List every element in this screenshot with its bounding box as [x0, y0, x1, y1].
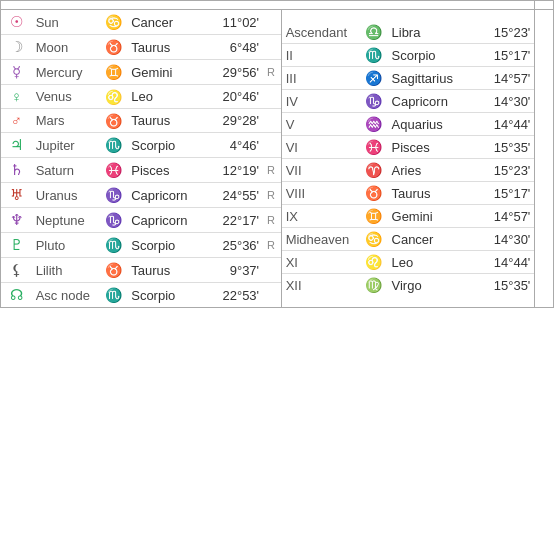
degree: 20°46' [206, 85, 263, 109]
degree: 14°44' [477, 251, 534, 274]
planet-icon: ☽ [1, 35, 32, 60]
house-name: Midheaven [282, 228, 360, 251]
sign-name: Aquarius [388, 113, 478, 136]
degree: 15°23' [477, 159, 534, 182]
degree: 22°53' [206, 283, 263, 308]
table-row: Ascendant ♎ Libra 15°23' [282, 21, 535, 44]
sign-name: Scorpio [127, 233, 206, 258]
house-name: Ascendant [282, 21, 360, 44]
sign-icon: ♑ [100, 183, 127, 208]
table-row: VI ♓ Pisces 15°35' [282, 136, 535, 159]
table-row: VII ♈ Aries 15°23' [282, 159, 535, 182]
retrograde: R [263, 158, 281, 183]
sign-name: Leo [127, 85, 206, 109]
retrograde [263, 283, 281, 308]
sign-icon: ♓ [100, 158, 127, 183]
degree: 11°02' [206, 10, 263, 35]
degree: 15°35' [477, 136, 534, 159]
sign-name: Cancer [127, 10, 206, 35]
house-name: IX [282, 205, 360, 228]
degree: 14°30' [477, 90, 534, 113]
degree: 24°55' [206, 183, 263, 208]
planet-icon: ☉ [1, 10, 32, 35]
planet-name: Mars [32, 109, 100, 133]
table-row: IX ♊ Gemini 14°57' [282, 205, 535, 228]
planet-name: Asc node [32, 283, 100, 308]
sign-name: Aries [388, 159, 478, 182]
planet-name: Neptune [32, 208, 100, 233]
sign-icon: ♉ [100, 35, 127, 60]
sign-icon: ♏ [100, 133, 127, 158]
sign-name: Pisces [127, 158, 206, 183]
table-row: ♄ Saturn ♓ Pisces 12°19' R [1, 158, 281, 183]
planet-icon: ⚸ [1, 258, 32, 283]
retrograde [263, 85, 281, 109]
house-table-cell: Ascendant ♎ Libra 15°23' II ♏ Scorpio 15… [281, 10, 535, 308]
planet-name: Mercury [32, 60, 100, 85]
sign-name: Libra [388, 21, 478, 44]
sign-name: Cancer [388, 228, 478, 251]
planet-icon: ♃ [1, 133, 32, 158]
table-row: ♅ Uranus ♑ Capricorn 24°55' R [1, 183, 281, 208]
table-row: ♀ Venus ♌ Leo 20°46' [1, 85, 281, 109]
sign-name: Scorpio [127, 133, 206, 158]
sign-name: Pisces [388, 136, 478, 159]
table-row: ♆ Neptune ♑ Capricorn 22°17' R [1, 208, 281, 233]
sign-name: Leo [388, 251, 478, 274]
sign-icon: ♍ [360, 274, 387, 297]
table-row: XI ♌ Leo 14°44' [282, 251, 535, 274]
retrograde: R [263, 208, 281, 233]
planet-icon: ♇ [1, 233, 32, 258]
table-row: ☊ Asc node ♏ Scorpio 22°53' [1, 283, 281, 308]
retrograde: R [263, 233, 281, 258]
planet-name: Jupiter [32, 133, 100, 158]
degree: 12°19' [206, 158, 263, 183]
degree: 14°30' [477, 228, 534, 251]
retrograde: R [263, 183, 281, 208]
sign-name: Taurus [388, 182, 478, 205]
sign-icon: ♊ [360, 205, 387, 228]
sign-icon: ♏ [100, 283, 127, 308]
planet-name: Lilith [32, 258, 100, 283]
house-name: IV [282, 90, 360, 113]
planet-name: Saturn [32, 158, 100, 183]
sign-icon: ♌ [100, 85, 127, 109]
sign-icon: ♒ [360, 113, 387, 136]
house-name: XII [282, 274, 360, 297]
sign-icon: ♉ [100, 258, 127, 283]
left-header [1, 1, 535, 10]
retrograde: R [263, 60, 281, 85]
table-row: ♇ Pluto ♏ Scorpio 25°36' R [1, 233, 281, 258]
planet-name: Moon [32, 35, 100, 60]
sign-icon: ♋ [360, 228, 387, 251]
sign-icon: ♏ [100, 233, 127, 258]
degree: 6°48' [206, 35, 263, 60]
degree: 14°57' [477, 205, 534, 228]
degree: 14°44' [477, 113, 534, 136]
table-row: III ♐ Sagittarius 14°57' [282, 67, 535, 90]
sign-icon: ♐ [360, 67, 387, 90]
planet-name: Venus [32, 85, 100, 109]
degree: 25°36' [206, 233, 263, 258]
sign-icon: ♈ [360, 159, 387, 182]
planet-table: ☉ Sun ♋ Cancer 11°02' ☽ Moon ♉ Taurus 6°… [1, 10, 281, 307]
degree: 15°35' [477, 274, 534, 297]
sign-name: Virgo [388, 274, 478, 297]
sign-icon: ♑ [360, 90, 387, 113]
house-name: VII [282, 159, 360, 182]
table-row: ☉ Sun ♋ Cancer 11°02' [1, 10, 281, 35]
table-row: V ♒ Aquarius 14°44' [282, 113, 535, 136]
planet-icon: ☊ [1, 283, 32, 308]
sign-name: Capricorn [388, 90, 478, 113]
planet-name: Pluto [32, 233, 100, 258]
retrograde [263, 133, 281, 158]
degree: 22°17' [206, 208, 263, 233]
retrograde [263, 10, 281, 35]
sign-name: Gemini [127, 60, 206, 85]
house-name: XI [282, 251, 360, 274]
table-row: ☿ Mercury ♊ Gemini 29°56' R [1, 60, 281, 85]
sign-name: Capricorn [127, 183, 206, 208]
sign-name: Capricorn [127, 208, 206, 233]
degree: 9°37' [206, 258, 263, 283]
table-row: II ♏ Scorpio 15°17' [282, 44, 535, 67]
